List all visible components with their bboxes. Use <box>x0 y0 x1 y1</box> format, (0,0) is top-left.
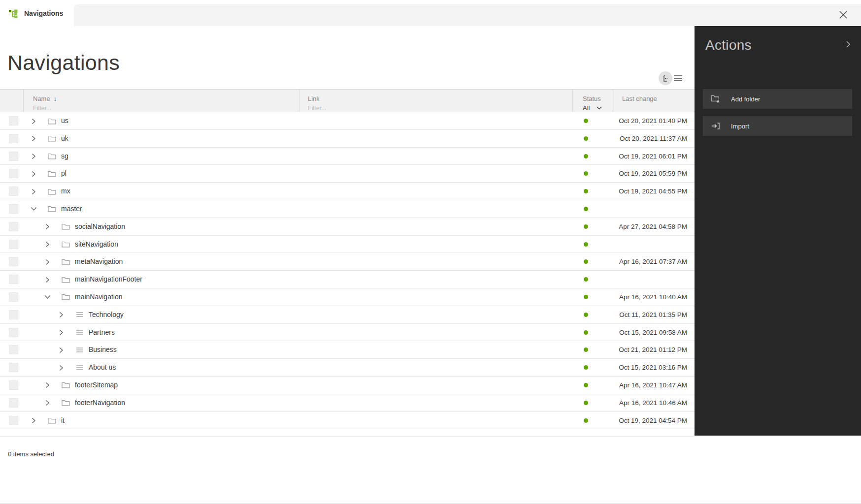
expand-chevron-icon[interactable] <box>30 153 37 160</box>
row-checkbox[interactable] <box>9 257 18 266</box>
table-row[interactable]: metaNavigation Apr 16, 2021 07:37 AM <box>0 253 695 271</box>
last-change: Oct 15, 2021 03:16 PM <box>619 364 687 371</box>
last-change: Oct 19, 2021 06:01 PM <box>619 153 687 160</box>
expand-chevron-icon[interactable] <box>58 346 65 353</box>
panel-collapse-chevron-icon[interactable] <box>846 40 851 48</box>
table-row[interactable]: mainNavigation Apr 16, 2021 10:40 AM <box>0 288 695 306</box>
expand-chevron-icon[interactable] <box>44 276 51 283</box>
expand-chevron-icon[interactable] <box>58 364 65 371</box>
table-row[interactable]: sg Oct 19, 2021 06:01 PM <box>0 148 695 165</box>
row-name: footerSitemap <box>75 381 118 389</box>
close-icon[interactable] <box>839 10 848 19</box>
expand-chevron-icon[interactable] <box>58 329 65 336</box>
column-header-status[interactable]: Status All <box>573 90 613 112</box>
last-change: Oct 15, 2021 09:58 AM <box>619 329 687 336</box>
expand-chevron-icon[interactable] <box>30 170 37 177</box>
list-view-toggle[interactable] <box>673 74 682 83</box>
table-row[interactable]: it Oct 19, 2021 04:54 PM <box>0 412 695 430</box>
action-label: Import <box>731 123 749 130</box>
column-header-link[interactable]: Link Filter... <box>299 90 573 112</box>
last-change: Apr 16, 2021 10:46 AM <box>619 399 687 407</box>
table-row[interactable]: mx Oct 19, 2021 04:55 PM <box>0 183 695 200</box>
table-row[interactable]: us Oct 20, 2021 01:40 PM <box>0 112 695 130</box>
last-change: Oct 19, 2021 04:55 PM <box>619 188 687 195</box>
row-checkbox[interactable] <box>9 398 18 408</box>
table-row[interactable]: siteNavigation <box>0 236 695 253</box>
tab-navigations[interactable]: Navigations <box>0 0 74 26</box>
row-checkbox[interactable] <box>9 380 18 390</box>
row-name: footerNavigation <box>75 399 125 407</box>
table-row[interactable]: mainNavigationFooter <box>0 271 695 288</box>
row-checkbox[interactable] <box>9 363 18 372</box>
row-checkbox[interactable] <box>9 345 18 354</box>
row-name: siteNavigation <box>75 240 118 248</box>
expand-chevron-icon[interactable] <box>30 118 37 125</box>
table-row[interactable]: uk Oct 20, 2021 11:37 AM <box>0 130 695 148</box>
row-name: mainNavigation <box>75 293 123 301</box>
expand-chevron-icon[interactable] <box>30 135 37 142</box>
status-dot <box>584 171 588 176</box>
last-change: Oct 20, 2021 11:37 AM <box>620 135 687 142</box>
nav-item-icon <box>76 347 83 353</box>
expand-chevron-icon[interactable] <box>44 241 51 248</box>
sort-desc-icon: ↓ <box>54 95 57 102</box>
tab-bar-empty-area <box>74 4 861 26</box>
row-checkbox[interactable] <box>9 152 18 161</box>
expand-chevron-icon[interactable] <box>44 294 51 301</box>
row-checkbox[interactable] <box>9 292 18 302</box>
expand-chevron-icon[interactable] <box>30 188 37 195</box>
row-checkbox[interactable] <box>9 116 18 126</box>
expand-chevron-icon[interactable] <box>44 400 51 407</box>
status-dot <box>584 154 588 158</box>
row-checkbox[interactable] <box>9 134 18 143</box>
row-checkbox[interactable] <box>9 169 18 178</box>
table-row[interactable]: master <box>0 200 695 218</box>
table-row[interactable]: Partners Oct 15, 2021 09:58 AM <box>0 324 695 342</box>
folder-icon <box>48 170 56 177</box>
row-checkbox[interactable] <box>9 416 18 425</box>
expand-chevron-icon[interactable] <box>44 258 51 265</box>
row-checkbox[interactable] <box>9 187 18 196</box>
row-checkbox[interactable] <box>9 240 18 249</box>
expand-chevron-icon[interactable] <box>58 312 65 318</box>
row-name: mainNavigationFooter <box>75 275 142 283</box>
row-checkbox[interactable] <box>9 328 18 337</box>
table-row[interactable]: Business Oct 21, 2021 01:12 PM <box>0 341 695 359</box>
nav-item-icon <box>76 312 83 317</box>
row-checkbox[interactable] <box>9 222 18 231</box>
tab-label: Navigations <box>24 9 63 17</box>
column-header-name[interactable]: Name↓ Filter... <box>24 90 299 112</box>
table-row[interactable]: footerSitemap Apr 16, 2021 10:47 AM <box>0 377 695 394</box>
status-filter-select[interactable]: All <box>583 104 613 112</box>
row-checkbox[interactable] <box>9 275 18 284</box>
expand-chevron-icon[interactable] <box>30 417 37 424</box>
tree-view-toggle[interactable] <box>659 71 672 85</box>
expand-chevron-icon[interactable] <box>30 206 37 213</box>
chevron-down-icon <box>596 106 602 110</box>
import-button[interactable]: Import <box>703 116 852 136</box>
expand-chevron-icon[interactable] <box>44 223 51 230</box>
folder-icon <box>62 276 70 283</box>
table-row[interactable]: Technology Oct 11, 2021 01:35 PM <box>0 306 695 324</box>
table-row[interactable]: pl Oct 19, 2021 05:59 PM <box>0 165 695 183</box>
folder-icon <box>48 118 56 125</box>
status-dot <box>584 242 588 247</box>
name-filter-input[interactable]: Filter... <box>33 105 299 112</box>
folder-icon <box>62 293 70 300</box>
row-checkbox[interactable] <box>9 204 18 214</box>
expand-chevron-icon[interactable] <box>44 382 51 389</box>
row-name: uk <box>61 134 68 142</box>
table-row[interactable]: socialNavigation Apr 27, 2021 04:58 PM <box>0 218 695 236</box>
folder-icon <box>48 205 56 212</box>
row-checkbox[interactable] <box>9 310 18 319</box>
actions-panel: Actions Add folder Import <box>695 26 861 436</box>
table-row[interactable]: About us Oct 15, 2021 03:16 PM <box>0 359 695 377</box>
table-row[interactable]: footerNavigation Apr 16, 2021 10:46 AM <box>0 394 695 412</box>
header-checkbox-column <box>0 90 24 112</box>
row-name: Business <box>89 346 117 353</box>
row-name: pl <box>61 169 66 177</box>
folder-icon <box>48 417 56 424</box>
link-filter-input[interactable]: Filter... <box>308 105 572 112</box>
column-header-last-change[interactable]: Last change <box>613 90 695 112</box>
add-folder-button[interactable]: Add folder <box>703 89 852 109</box>
